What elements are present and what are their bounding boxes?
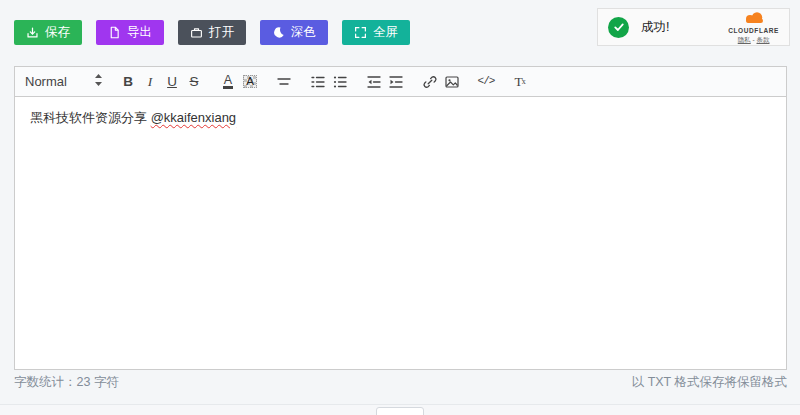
moon-icon: [272, 26, 285, 39]
ordered-list-icon: [310, 74, 326, 90]
turnstile-links: 隐私 - 条款: [728, 37, 779, 44]
bullet-list-icon: [332, 74, 348, 90]
image-button[interactable]: [441, 71, 463, 93]
dark-mode-button-label: 深色: [291, 26, 316, 39]
link-icon: [422, 74, 438, 90]
briefcase-icon: [190, 26, 203, 39]
align-button[interactable]: [273, 71, 295, 93]
editor-text: 黑科技软件资源分享: [30, 110, 151, 125]
turnstile-status-text: 成功!: [641, 19, 669, 36]
save-icon: [26, 26, 39, 39]
bottom-peek-button[interactable]: [376, 407, 424, 415]
bold-button[interactable]: B: [117, 71, 139, 93]
format-dropdown[interactable]: Normal: [25, 74, 103, 89]
bullet-list-button[interactable]: [329, 71, 351, 93]
editor: Normal B I U S A A: [14, 66, 787, 370]
cloudflare-brand: CLOUDFLARE 隐私 - 条款: [728, 11, 779, 43]
save-button-label: 保存: [45, 26, 70, 39]
underline-button[interactable]: U: [161, 71, 183, 93]
cloudflare-cloud-icon: [740, 10, 768, 27]
editor-content-area[interactable]: 黑科技软件资源分享 @kkaifenxiang: [14, 97, 787, 370]
mention-text: @kkaifenxiang: [151, 110, 236, 125]
export-button[interactable]: 导出: [96, 20, 164, 45]
indent-button[interactable]: [385, 71, 407, 93]
editor-toolbar: Normal B I U S A A: [14, 66, 787, 97]
fullscreen-button-label: 全屏: [373, 26, 398, 39]
terms-link[interactable]: 条款: [757, 36, 770, 43]
indent-icon: [388, 74, 404, 90]
fullscreen-button[interactable]: 全屏: [342, 20, 410, 45]
ordered-list-button[interactable]: [307, 71, 329, 93]
save-button[interactable]: 保存: [14, 20, 82, 45]
fullscreen-icon: [354, 26, 367, 39]
code-button[interactable]: </>: [475, 71, 497, 93]
clean-format-sub: x: [522, 78, 526, 86]
dropdown-arrows-icon: [94, 74, 103, 89]
export-button-label: 导出: [127, 26, 152, 39]
open-button-label: 打开: [209, 26, 234, 39]
privacy-link[interactable]: 隐私: [738, 36, 751, 43]
word-count-label: 字数统计：23 字符: [14, 374, 119, 391]
outdent-icon: [366, 74, 382, 90]
success-check-icon: [608, 17, 629, 38]
top-action-bar: 保存 导出 打开 深色 全屏: [14, 20, 410, 45]
format-note-label: 以 TXT 格式保存将保留格式: [632, 374, 787, 391]
cloudflare-wordmark: CLOUDFLARE: [728, 28, 779, 35]
italic-button[interactable]: I: [139, 71, 161, 93]
turnstile-widget: 成功! CLOUDFLARE 隐私 - 条款: [597, 8, 790, 46]
editor-paragraph: 黑科技软件资源分享 @kkaifenxiang: [30, 109, 771, 127]
clean-format-button[interactable]: Tx: [509, 71, 531, 93]
align-icon: [276, 74, 292, 90]
text-color-letter: A: [223, 74, 233, 90]
image-icon: [444, 74, 460, 90]
open-button[interactable]: 打开: [178, 20, 246, 45]
format-dropdown-value: Normal: [25, 74, 94, 89]
dark-mode-button[interactable]: 深色: [260, 20, 328, 45]
strike-button[interactable]: S: [183, 71, 205, 93]
background-color-letter: A: [243, 75, 257, 89]
text-color-button[interactable]: A: [217, 71, 239, 93]
status-bar: 字数统计：23 字符 以 TXT 格式保存将保留格式: [14, 374, 787, 391]
background-color-button[interactable]: A: [239, 71, 261, 93]
link-button[interactable]: [419, 71, 441, 93]
outdent-button[interactable]: [363, 71, 385, 93]
export-file-icon: [108, 26, 121, 39]
